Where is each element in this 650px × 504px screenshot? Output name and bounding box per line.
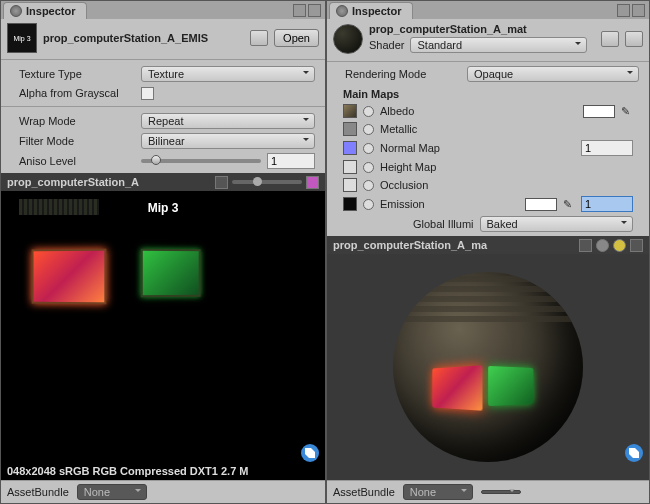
rendering-mode-dropdown[interactable]: Opaque [467, 66, 639, 82]
metallic-radio[interactable] [363, 124, 374, 135]
height-swatch[interactable] [343, 160, 357, 174]
tab-inspector[interactable]: Inspector [329, 2, 413, 19]
preview-title: prop_computerStation_A_ma [333, 239, 575, 251]
assetbundle-label: AssetBundle [7, 486, 69, 498]
emission-value-input[interactable] [581, 196, 633, 212]
tab-label: Inspector [352, 5, 402, 17]
assetbundle-label: AssetBundle [333, 486, 395, 498]
texture-type-dropdown[interactable]: Texture [141, 66, 315, 82]
height-radio[interactable] [363, 162, 374, 173]
shader-label: Shader [369, 39, 404, 51]
material-preview[interactable] [327, 254, 649, 480]
asset-name: prop_computerStation_A_mat [369, 23, 595, 35]
eyedropper-icon[interactable] [563, 198, 575, 210]
shader-dropdown[interactable]: Standard [410, 37, 587, 53]
rendering-mode-label: Rendering Mode [345, 68, 463, 80]
preview-title: prop_computerStation_A [7, 176, 211, 188]
assetbundle-row: AssetBundle None [1, 480, 325, 503]
albedo-label: Albedo [380, 105, 577, 117]
play-icon[interactable] [579, 239, 592, 252]
checker-icon[interactable] [306, 176, 319, 189]
gear-icon[interactable] [625, 31, 643, 47]
lock-icon[interactable] [617, 4, 630, 17]
mip-label: Mip 3 [148, 201, 179, 215]
tab-inspector[interactable]: Inspector [3, 2, 87, 19]
material-inspector-panel: Inspector prop_computerStation_A_mat Sha… [326, 0, 650, 504]
info-icon [10, 5, 22, 17]
normal-swatch[interactable] [343, 141, 357, 155]
texture-preview[interactable]: Mip 3 048x2048 sRGB RGB Compressed DXT1 … [1, 191, 325, 480]
help-icon[interactable] [601, 31, 619, 47]
asset-header: Mip 3 prop_computerStation_A_EMIS Open [1, 19, 325, 57]
assetbundle-row: AssetBundle None [327, 480, 649, 503]
open-button[interactable]: Open [274, 29, 319, 47]
normal-radio[interactable] [363, 143, 374, 154]
preview-header: prop_computerStation_A [1, 173, 325, 191]
aniso-input[interactable] [267, 153, 315, 169]
occlusion-swatch[interactable] [343, 178, 357, 192]
assetbundle-dropdown[interactable]: None [403, 484, 473, 500]
main-maps-label: Main Maps [343, 86, 633, 102]
albedo-swatch[interactable] [343, 104, 357, 118]
preview-header: prop_computerStation_A_ma [327, 236, 649, 254]
texture-type-label: Texture Type [19, 68, 137, 80]
assetbundle-dropdown[interactable]: None [77, 484, 147, 500]
assetbundle-variant-dropdown[interactable] [481, 490, 521, 494]
emission-swatch[interactable] [343, 197, 357, 211]
emissive-screen-red [32, 249, 107, 305]
mip-slider[interactable] [232, 180, 302, 184]
filter-mode-label: Filter Mode [19, 135, 137, 147]
menu-icon[interactable] [632, 4, 645, 17]
alpha-grayscale-checkbox[interactable] [141, 87, 154, 100]
dot-icon[interactable] [596, 239, 609, 252]
material-thumbnail [333, 24, 363, 54]
wrap-mode-label: Wrap Mode [19, 115, 137, 127]
tab-bar: Inspector [327, 1, 649, 19]
albedo-radio[interactable] [363, 106, 374, 117]
asset-ref-icon[interactable] [250, 30, 268, 46]
emissive-screen-green [141, 249, 201, 298]
label-icon[interactable] [301, 444, 319, 462]
emission-radio[interactable] [363, 199, 374, 210]
menu-icon[interactable] [215, 176, 228, 189]
texture-info: 048x2048 sRGB RGB Compressed DXT1 2.7 M [1, 462, 325, 480]
menu-icon[interactable] [630, 239, 643, 252]
albedo-color[interactable] [583, 105, 615, 118]
texture-inspector-panel: Inspector Mip 3 prop_computerStation_A_E… [0, 0, 326, 504]
emission-color[interactable] [525, 198, 557, 211]
asset-header: prop_computerStation_A_mat Shader Standa… [327, 19, 649, 59]
global-illum-label: Global Illumi [413, 218, 474, 230]
texture-thumbnail: Mip 3 [7, 23, 37, 53]
filter-mode-dropdown[interactable]: Bilinear [141, 133, 315, 149]
aniso-slider[interactable] [141, 159, 261, 163]
alpha-grayscale-label: Alpha from Grayscal [19, 87, 137, 99]
occlusion-label: Occlusion [380, 179, 633, 191]
light-icon[interactable] [613, 239, 626, 252]
eyedropper-icon[interactable] [621, 105, 633, 117]
tab-label: Inspector [26, 5, 76, 17]
lock-icon[interactable] [293, 4, 306, 17]
tab-bar: Inspector [1, 1, 325, 19]
asset-name: prop_computerStation_A_EMIS [43, 32, 244, 44]
label-icon[interactable] [625, 444, 643, 462]
menu-icon[interactable] [308, 4, 321, 17]
aniso-label: Aniso Level [19, 155, 137, 167]
emission-label: Emission [380, 198, 519, 210]
normal-value-input[interactable] [581, 140, 633, 156]
info-icon [336, 5, 348, 17]
occlusion-radio[interactable] [363, 180, 374, 191]
metallic-label: Metallic [380, 123, 633, 135]
wrap-mode-dropdown[interactable]: Repeat [141, 113, 315, 129]
height-label: Height Map [380, 161, 633, 173]
material-sphere [393, 272, 583, 462]
metallic-swatch[interactable] [343, 122, 357, 136]
global-illum-dropdown[interactable]: Baked [480, 216, 633, 232]
normal-label: Normal Map [380, 142, 575, 154]
